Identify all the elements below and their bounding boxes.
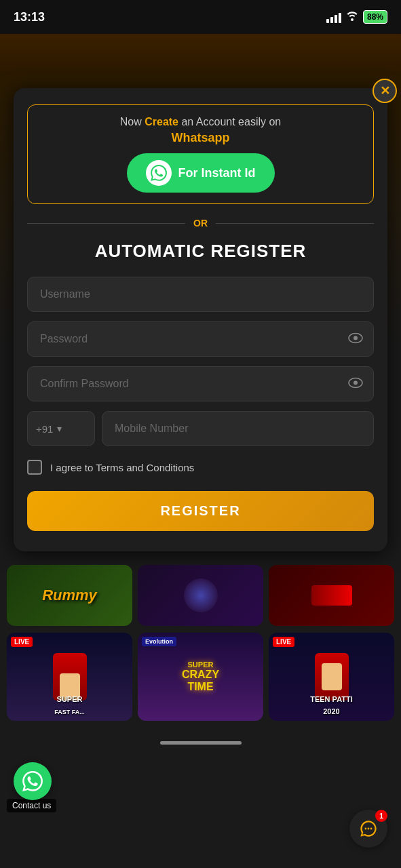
- phone-row: +91 ▾: [27, 411, 374, 446]
- game-title-rummy: Rummy: [42, 587, 97, 604]
- floating-chat-button[interactable]: 1: [349, 810, 387, 848]
- game-name-live1: SUPER FAST FA...: [11, 692, 128, 717]
- contact-us-label: Contact us: [7, 799, 56, 812]
- game-thumb-red[interactable]: [269, 565, 394, 626]
- whatsapp-label: Whatsapp: [41, 131, 360, 145]
- divider-line-left: [27, 223, 185, 224]
- status-bar: 13:13 88%: [0, 0, 401, 34]
- close-button[interactable]: ✕: [373, 79, 397, 103]
- modal-overlay: ✕ Now Create an Account easily on Whatsa…: [0, 75, 401, 551]
- game-thumb-live2[interactable]: Evolution SUPERCRAZYTIME: [138, 633, 263, 721]
- whatsapp-button[interactable]: For Instant Id: [127, 153, 275, 193]
- status-time: 13:13: [14, 10, 45, 24]
- game-thumb-live1[interactable]: LIVE SUPER FAST FA...: [7, 633, 132, 721]
- register-button[interactable]: REGISTER: [27, 491, 374, 531]
- main-content: ✕ Now Create an Account easily on Whatsa…: [0, 75, 401, 749]
- home-indicator: [0, 734, 401, 749]
- or-text: OR: [193, 218, 208, 229]
- chevron-down-icon: ▾: [57, 423, 62, 434]
- game-thumb-dark[interactable]: [138, 565, 263, 626]
- password-group: [27, 321, 374, 357]
- whatsapp-banner: Now Create an Account easily on Whatsapp…: [27, 104, 374, 204]
- terms-row: I agree to Terms and Conditions: [27, 460, 374, 475]
- terms-checkbox[interactable]: [27, 460, 42, 475]
- svg-point-3: [354, 381, 358, 385]
- confirm-password-group: [27, 366, 374, 401]
- battery-indicator: 88%: [363, 10, 387, 24]
- floating-whatsapp-button[interactable]: [14, 762, 52, 800]
- confirm-password-toggle-icon[interactable]: [348, 376, 363, 392]
- game-row-1: Rummy: [0, 565, 401, 626]
- create-account-text: Now Create an Account easily on: [41, 116, 360, 128]
- games-area: Rummy LIVE SUPER FAST FA...: [0, 551, 401, 721]
- username-group: [27, 277, 374, 312]
- svg-point-4: [365, 828, 367, 830]
- whatsapp-icon: [146, 160, 172, 186]
- phone-code-selector[interactable]: +91 ▾: [27, 411, 95, 446]
- terms-label: I agree to Terms and Conditions: [50, 462, 194, 473]
- live-badge-3: LIVE: [273, 637, 294, 647]
- home-bar: [160, 741, 242, 745]
- whatsapp-button-label: For Instant Id: [178, 166, 256, 180]
- or-divider: OR: [27, 218, 374, 229]
- evolution-badge: Evolution: [142, 637, 176, 646]
- game-thumb-live3[interactable]: LIVE TEEN PATTI 2020: [269, 633, 394, 721]
- svg-point-1: [354, 336, 358, 340]
- game-thumb-rummy[interactable]: Rummy: [7, 565, 132, 626]
- svg-point-5: [368, 828, 370, 830]
- signal-icon: [326, 11, 341, 23]
- section-title: AUTOMATIC REGISTER: [27, 241, 374, 262]
- close-icon: ✕: [380, 85, 390, 97]
- svg-point-6: [370, 828, 373, 830]
- game-row-2: LIVE SUPER FAST FA... Evolution SUPERCRA…: [0, 633, 401, 721]
- phone-code-value: +91: [36, 423, 53, 435]
- confirm-password-input[interactable]: [27, 366, 374, 401]
- divider-line-right: [216, 223, 374, 224]
- mobile-number-input[interactable]: [102, 411, 374, 446]
- modal-card: ✕ Now Create an Account easily on Whatsa…: [14, 88, 387, 551]
- password-input[interactable]: [27, 321, 374, 357]
- wifi-icon: [345, 10, 359, 24]
- username-input[interactable]: [27, 277, 374, 312]
- password-toggle-icon[interactable]: [348, 332, 363, 347]
- game-name-live3: TEEN PATTI 2020: [273, 692, 390, 717]
- chat-notification-badge: 1: [375, 810, 387, 822]
- live-badge-1: LIVE: [11, 637, 33, 647]
- status-icons: 88%: [326, 10, 387, 24]
